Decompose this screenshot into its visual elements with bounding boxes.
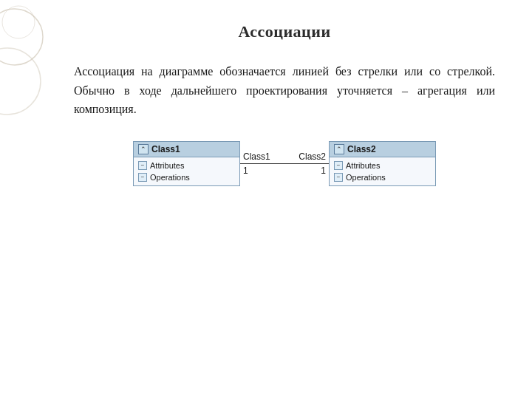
svg-point-0 bbox=[0, 9, 43, 65]
class1-corner-icon: ⌃ bbox=[138, 144, 149, 154]
connector-mult-right: 1 bbox=[321, 166, 326, 176]
class1-attributes-icon: − bbox=[138, 161, 147, 170]
class2-operations-icon: − bbox=[334, 173, 343, 182]
svg-point-2 bbox=[2, 6, 35, 38]
class1-operations-label: Operations bbox=[150, 173, 190, 182]
class2-corner-icon: ⌃ bbox=[334, 144, 344, 154]
class2-header: ⌃ Class2 bbox=[330, 142, 435, 157]
connector-mult: 1 1 bbox=[240, 166, 329, 176]
class2-attributes-icon: − bbox=[334, 161, 343, 170]
connector-label-left: Class1 bbox=[243, 151, 270, 162]
content-area: Ассоциации Ассоциация на диаграмме обозн… bbox=[44, 0, 532, 399]
class2-body: − Attributes − Operations bbox=[330, 157, 435, 185]
class1-header: ⌃ Class1 bbox=[134, 142, 239, 157]
class2-name: Class2 bbox=[347, 144, 376, 154]
class1-name: Class1 bbox=[151, 144, 180, 154]
uml-class2: ⌃ Class2 − Attributes − Operations bbox=[329, 141, 436, 186]
page-title: Ассоциации bbox=[74, 22, 495, 41]
svg-point-1 bbox=[0, 48, 41, 115]
class2-attributes-row: − Attributes bbox=[330, 160, 435, 171]
class1-attributes-row: − Attributes bbox=[134, 160, 239, 171]
connector-line-wrapper bbox=[240, 163, 329, 164]
connector-mult-left: 1 bbox=[243, 166, 248, 176]
class1-body: − Attributes − Operations bbox=[134, 157, 239, 185]
connector-label-right: Class2 bbox=[299, 151, 326, 162]
connector-area: Class1 Class2 1 1 bbox=[240, 151, 329, 176]
uml-diagram: ⌃ Class1 − Attributes − Operations bbox=[133, 141, 436, 186]
connector-line bbox=[240, 163, 329, 164]
class2-operations-row: − Operations bbox=[330, 171, 435, 183]
class2-attributes-label: Attributes bbox=[346, 161, 380, 170]
diagram-container: ⌃ Class1 − Attributes − Operations bbox=[74, 141, 495, 186]
body-text: Ассоциация на диаграмме обозначается лин… bbox=[74, 62, 495, 119]
class1-operations-row: − Operations bbox=[134, 171, 239, 183]
uml-class1: ⌃ Class1 − Attributes − Operations bbox=[133, 141, 240, 186]
class2-operations-label: Operations bbox=[346, 173, 386, 182]
class1-attributes-label: Attributes bbox=[150, 161, 184, 170]
connector-labels: Class1 Class2 bbox=[240, 151, 329, 162]
class1-operations-icon: − bbox=[138, 173, 147, 182]
